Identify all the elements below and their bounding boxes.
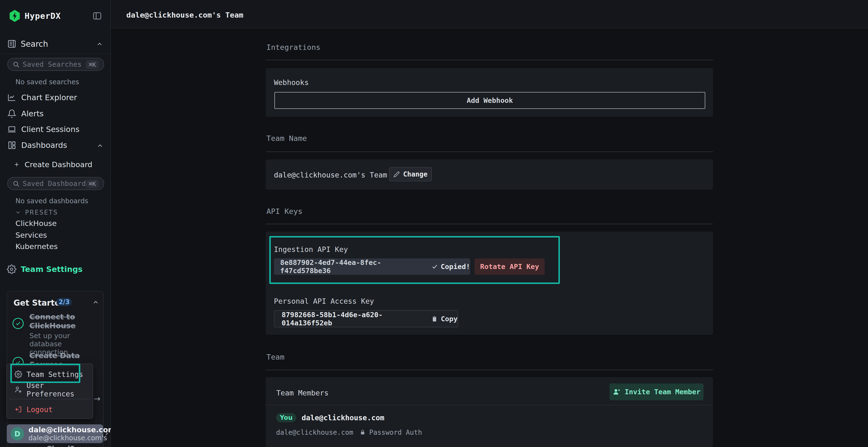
rotate-api-key-button[interactable]: Rotate API Key bbox=[474, 259, 545, 275]
person-plus-icon bbox=[613, 388, 621, 396]
brand-name: HyperDX bbox=[25, 11, 61, 21]
no-saved-dashboards-note: No saved dashboards bbox=[16, 197, 88, 205]
shortcut-badge: ⌘K bbox=[86, 179, 99, 188]
team-heading: Team bbox=[267, 353, 284, 361]
preset-kubernetes[interactable]: Kubernetes bbox=[16, 242, 58, 251]
team-settings-label: Team Settings bbox=[21, 265, 83, 274]
team-name-card: dale@clickhouse.com's Team Change bbox=[266, 160, 713, 190]
chevron-right-icon bbox=[103, 430, 110, 437]
api-keys-heading: API Keys bbox=[267, 207, 302, 215]
webhooks-title: Webhooks bbox=[274, 78, 309, 87]
ingestion-api-key-label: Ingestion API Key bbox=[274, 245, 348, 253]
menu-item-user-preferences[interactable]: User Preferences bbox=[14, 385, 93, 395]
personal-api-key-chip[interactable]: 87982668-58b1-4d6e-a620-014a136f52eb Cop… bbox=[274, 310, 458, 327]
sidebar-item-alerts[interactable]: Alerts bbox=[7, 108, 44, 119]
divider bbox=[0, 54, 111, 54]
no-saved-searches-note: No saved searches bbox=[16, 78, 79, 86]
user-gear-icon bbox=[14, 386, 22, 393]
sidebar-item-client-sessions[interactable]: Client Sessions bbox=[7, 124, 80, 135]
chevron-up-icon[interactable] bbox=[92, 299, 99, 306]
search-icon bbox=[12, 61, 20, 68]
copy-label: Copy bbox=[441, 315, 458, 323]
sidebar-item-chart-explorer[interactable]: Chart Explorer bbox=[7, 92, 77, 103]
sidebar-section-search[interactable]: Search bbox=[7, 36, 48, 51]
bell-icon bbox=[7, 109, 17, 118]
divider bbox=[266, 60, 713, 60]
api-keys-card: Ingestion API Key 8e887902-4ed7-44ea-8fe… bbox=[266, 232, 713, 335]
divider bbox=[266, 370, 713, 370]
menu-divider bbox=[9, 399, 90, 399]
copied-label: Copied! bbox=[441, 263, 470, 271]
account-menu: Team Settings User Preferences Logout bbox=[6, 364, 93, 419]
avatar: D bbox=[10, 427, 24, 441]
app-window: HyperDX Search ⌘K No saved searches bbox=[0, 0, 868, 447]
get-started-step-1[interactable]: Connect to ClickHouse Set up your databa… bbox=[29, 312, 103, 356]
step-title-line: Connect to bbox=[29, 312, 103, 321]
brand: HyperDX bbox=[9, 9, 61, 23]
personal-api-key-label: Personal API Access Key bbox=[274, 297, 374, 305]
step-subtitle-line: Set up your database bbox=[29, 332, 103, 348]
chart-explorer-icon bbox=[7, 93, 17, 102]
sidebar-item-label: Client Sessions bbox=[21, 125, 80, 134]
user-team-subtitle: dale@clickhouse.com's bbox=[28, 434, 107, 442]
preset-services[interactable]: Services bbox=[16, 231, 47, 239]
laptop-icon bbox=[7, 125, 17, 134]
member-auth-method: Password Auth bbox=[369, 428, 422, 437]
step-title-line: ClickHouse bbox=[29, 321, 103, 330]
sidebar-item-team-settings[interactable]: Team Settings bbox=[7, 264, 83, 275]
add-webhook-button[interactable]: Add Webhook bbox=[274, 92, 705, 109]
main-content: Integrations Webhooks Add Webhook Team N… bbox=[111, 28, 868, 447]
presets-toggle[interactable]: PRESETS bbox=[15, 209, 58, 216]
arrow-right-icon[interactable]: → bbox=[94, 394, 100, 403]
team-name-heading: Team Name bbox=[267, 134, 307, 143]
menu-item-logout[interactable]: Logout bbox=[14, 404, 53, 414]
change-button-label: Change bbox=[403, 170, 428, 178]
check-circle-icon bbox=[12, 318, 24, 329]
check-icon bbox=[432, 264, 438, 270]
team-members-label: Team Members bbox=[276, 389, 329, 397]
sidebar-item-dashboards[interactable]: Dashboards bbox=[7, 140, 67, 150]
menu-item-label: Team Settings bbox=[27, 370, 83, 379]
divider bbox=[266, 151, 713, 152]
ingestion-api-key-value: 8e887902-4ed7-44ea-8fec-f47cd578be36 bbox=[280, 259, 425, 275]
gear-icon bbox=[7, 265, 17, 274]
sidebar-section-search-label: Search bbox=[21, 39, 48, 49]
user-email: dale@clickhouse.com bbox=[28, 426, 116, 434]
chevron-down-icon bbox=[15, 209, 21, 215]
journal-search-icon bbox=[7, 39, 17, 48]
member-auth-email: dale@clickhouse.com bbox=[276, 428, 353, 437]
menu-item-team-settings[interactable]: Team Settings bbox=[14, 369, 83, 379]
create-dashboard-button[interactable]: Create Dashboard bbox=[13, 160, 92, 170]
create-dashboard-label: Create Dashboard bbox=[25, 160, 92, 169]
integrations-heading: Integrations bbox=[267, 43, 320, 51]
menu-item-label: Logout bbox=[27, 405, 53, 414]
webhooks-card: Webhooks Add Webhook bbox=[266, 68, 713, 117]
page-title: dale@clickhouse.com's Team bbox=[126, 10, 243, 19]
sidebar: HyperDX Search ⌘K No saved searches bbox=[0, 0, 111, 447]
invite-team-member-button[interactable]: Invite Team Member bbox=[610, 383, 704, 400]
chevron-up-icon[interactable] bbox=[96, 142, 104, 149]
change-team-name-button[interactable]: Change bbox=[389, 167, 432, 181]
sidebar-item-label: Alerts bbox=[21, 109, 44, 118]
user-account-chip[interactable]: D dale@clickhouse.com dale@clickhouse.co… bbox=[7, 424, 103, 443]
chevron-up-icon[interactable] bbox=[96, 40, 103, 48]
you-badge: You bbox=[276, 413, 296, 422]
member-email: dale@clickhouse.com bbox=[302, 414, 384, 422]
team-members-card: Team Members Invite Team Member You dale… bbox=[266, 377, 713, 447]
plus-icon bbox=[13, 161, 20, 168]
ingestion-api-key-chip[interactable]: 8e887902-4ed7-44ea-8fec-f47cd578be36 Cop… bbox=[274, 259, 470, 275]
menu-item-label: User Preferences bbox=[27, 381, 93, 398]
sidebar-item-label: Dashboards bbox=[21, 141, 67, 150]
logout-icon bbox=[14, 406, 22, 413]
hyperdx-logo-icon bbox=[9, 10, 20, 22]
card-divider bbox=[266, 405, 713, 405]
collapse-sidebar-icon[interactable] bbox=[92, 11, 102, 21]
gear-icon bbox=[14, 370, 22, 378]
partial-text: Cloud? bbox=[46, 444, 74, 447]
lock-icon bbox=[360, 429, 366, 436]
personal-api-key-value: 87982668-58b1-4d6e-a620-014a136f52eb bbox=[282, 311, 424, 327]
topbar: dale@clickhouse.com's Team bbox=[111, 0, 868, 28]
preset-clickhouse[interactable]: ClickHouse bbox=[16, 219, 57, 228]
sidebar-item-label: Chart Explorer bbox=[21, 93, 77, 102]
team-name-value: dale@clickhouse.com's Team bbox=[274, 171, 387, 179]
